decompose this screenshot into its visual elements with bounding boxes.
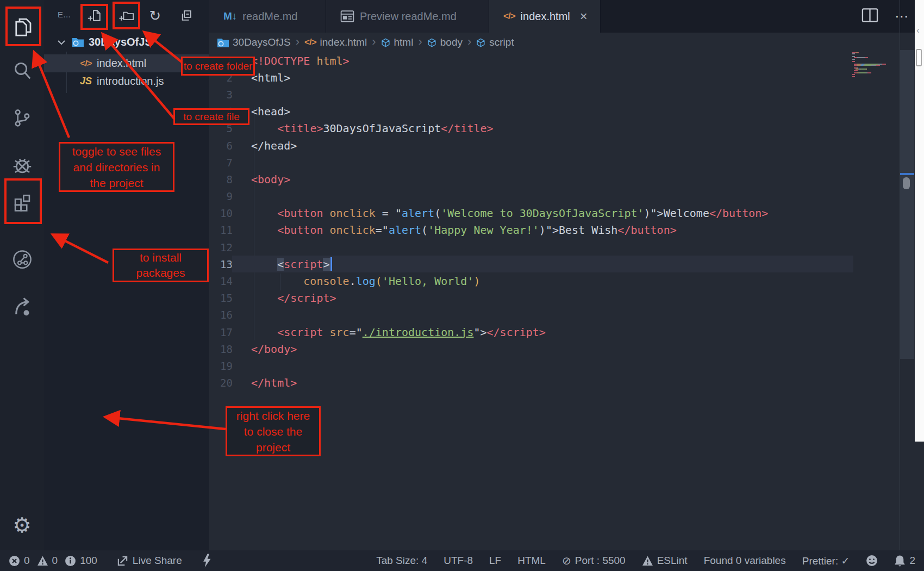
activity-settings[interactable]: ⚙ [0,513,44,537]
code-line-15[interactable]: 15 </script> [209,290,924,307]
search-icon [12,60,33,81]
code-line-6[interactable]: 6</head> [209,137,924,154]
code-line-12[interactable]: 12 [209,239,924,256]
close-icon[interactable]: × [580,11,588,22]
minimap-line [852,59,855,60]
code-line-8[interactable]: 8<body> [209,171,924,188]
project-root-row[interactable]: 30DaysOfJS [44,33,209,52]
code-line-7[interactable]: 7 [209,154,924,171]
code-line-4[interactable]: 4<head> [209,103,924,120]
status-infos[interactable]: 100 [65,555,97,567]
cube-icon [476,38,485,47]
token: </head> [251,139,297,152]
status-notifications[interactable]: 2 [894,555,915,567]
status-eslint[interactable]: ESLint [642,555,688,567]
code-line-20[interactable]: 20</html> [209,375,924,392]
status-lightning[interactable] [201,553,212,568]
breadcrumb-item-30DaysOfJS[interactable]: 30DaysOfJS [217,36,291,48]
debug-icon [11,155,33,177]
line-number: 10 [209,207,233,219]
activity-remote[interactable] [0,247,44,271]
refresh-icon[interactable]: ↻ [148,8,163,23]
token: onclick [323,207,375,220]
minimap-token [882,64,886,65]
browser-scrollbar[interactable]: ‹ [915,0,924,442]
annotation-box-explorer [5,7,41,46]
status-live-share-label: Live Share [133,555,182,567]
code-lines[interactable]: 1<!DOCTYPE html>2<html>34<head>5 <title>… [209,52,924,392]
editor-scrollbar-thumb[interactable] [900,50,914,359]
minimap-token [852,59,855,60]
code-line-17[interactable]: 17 <script src="./introduction.js"></scr… [209,324,924,340]
code-text: </html> [233,376,297,389]
minimap[interactable] [852,52,900,85]
status-encoding[interactable]: UTF-8 [444,555,473,567]
activity-source-control[interactable] [0,106,44,130]
code-line-3[interactable]: 3 [209,86,924,103]
more-actions-icon[interactable]: ⋯ [895,8,909,25]
minimap-token [859,72,866,73]
token: </body> [251,343,297,356]
html-file-icon: </> [78,58,94,69]
breadcrumb-item-script[interactable]: script [476,36,514,48]
lightning-icon [201,553,212,568]
split-editor-icon[interactable] [861,8,878,25]
code-text: <script> [233,257,332,271]
activity-live-share[interactable] [0,295,44,319]
status-variables[interactable]: Found 0 variables [704,555,786,567]
status-prettier[interactable]: Prettier: ✓ [802,555,850,567]
scrollbar-knob[interactable] [903,177,910,189]
status-eol[interactable]: LF [489,555,501,567]
status-tab-size[interactable]: Tab Size: 4 [376,555,427,567]
code-line-19[interactable]: 19 [209,357,924,374]
status-errors[interactable]: 0 [9,555,30,567]
status-port[interactable]: ⊘Port : 5500 [562,554,626,567]
collapse-all-icon[interactable] [179,8,193,23]
warning-icon [642,555,653,567]
status-feedback[interactable] [866,555,878,567]
tab-Preview readMe.md[interactable]: Preview readMe.md [326,0,489,33]
code-line-11[interactable]: 11 <button onclick="alert('Happy New Yea… [209,222,924,239]
status-notifications-label: 2 [909,555,915,567]
html-icon: </> [503,11,515,22]
token: </html> [251,376,297,389]
status-live-share[interactable]: Live Share [116,555,182,567]
status-language[interactable]: HTML [517,555,546,567]
tab-readMe.md[interactable]: M↓readMe.md [209,0,326,33]
markdown-icon: M↓ [223,10,237,22]
minimap-token [852,61,855,62]
code-text: </script> [233,291,336,305]
remote-circle-icon [11,249,33,270]
status-warnings[interactable]: 0 [37,555,58,567]
breadcrumb: 30DaysOfJS›</>index.html›html›body›scrip… [217,33,514,52]
breadcrumb-item-html[interactable]: html [381,36,414,48]
token: <html> [251,71,290,84]
code-text: <script src="./introduction.js"></script… [233,326,546,339]
tab-index.html[interactable]: </>index.html× [489,0,601,33]
code-line-16[interactable]: 16 [209,307,924,324]
token: =" [349,326,363,339]
activity-search[interactable] [0,59,44,83]
token: <!DOCTYPE [251,54,310,67]
code-line-5[interactable]: 5 <title>30DaysOfJavaScript</title> [209,120,924,137]
token: </script> [487,326,546,339]
breadcrumb-item-body[interactable]: body [427,36,463,48]
code-line-10[interactable]: 10 <button onclick = "alert('Welcome to … [209,205,924,222]
code-line-18[interactable]: 18</body> [209,340,924,357]
code-line-1[interactable]: 1<!DOCTYPE html> [209,52,924,69]
token: html [310,54,342,67]
browser-scrollbar-thumb[interactable] [916,49,922,66]
token: </button> [709,207,768,220]
code-line-9[interactable]: 9 [209,188,924,205]
code-line-13[interactable]: 13 <script> [209,256,924,272]
breadcrumb-item-index.html[interactable]: </>index.html [304,36,367,48]
file-name: introduction.js [97,75,164,88]
token: <body> [251,173,290,186]
code-line-14[interactable]: 14 console.log('Hello, World') [209,272,924,289]
status-bar: 00100Live Share Tab Size: 4UTF-8LFHTML⊘P… [0,550,924,571]
minimap-token [857,57,865,58]
token: )"> [539,224,559,237]
code-text: <button onclick="alert('Happy New Year!'… [233,224,677,237]
code-line-2[interactable]: 2<html> [209,69,924,86]
activity-run-debug[interactable] [0,154,44,178]
